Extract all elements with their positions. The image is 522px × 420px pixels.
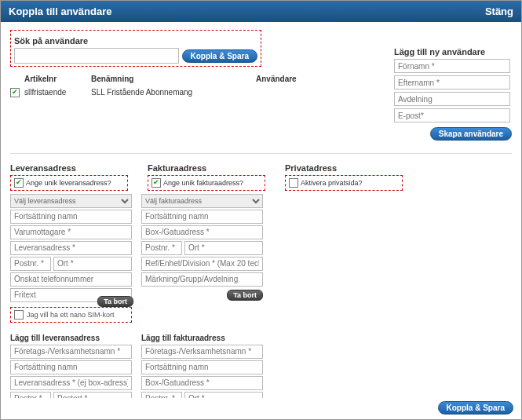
fak-f3[interactable] (141, 257, 263, 271)
addlev-postort[interactable] (53, 392, 132, 399)
new-user-label: Lägg till ny användare (394, 47, 512, 57)
lev-checkbox[interactable] (14, 178, 24, 188)
addlev-f3[interactable] (10, 376, 132, 390)
addfak-postnr[interactable] (141, 392, 182, 399)
cell-ben: SLL Fristående Abonnemang (91, 88, 256, 97)
create-user-button[interactable]: Skapa användare (430, 127, 512, 141)
addfak-f1[interactable] (141, 345, 263, 359)
search-input[interactable] (14, 48, 179, 64)
lev-f1[interactable] (10, 210, 132, 224)
lev-f2[interactable] (10, 225, 132, 239)
lastname-field[interactable] (394, 75, 510, 89)
sim-checkbox[interactable] (14, 310, 24, 320)
addfak-f3[interactable] (141, 376, 263, 390)
dept-field[interactable] (394, 92, 510, 106)
lev-delete-button[interactable]: Ta bort (97, 296, 133, 307)
fak-f1[interactable] (141, 210, 263, 224)
col-benamning: Benämning (91, 75, 256, 83)
fak-address-block: Välj fakturaadress Ta bort (141, 194, 263, 323)
fak-select[interactable]: Välj fakturaadress (141, 194, 263, 208)
fak-checkbox[interactable] (151, 178, 161, 188)
lev-q: Ange unik leveransadress? (26, 179, 111, 187)
addlev-label: Lägg till leveransadress (10, 334, 132, 342)
fak-ort[interactable] (184, 241, 263, 255)
addfak-ort[interactable] (184, 392, 263, 399)
priv-label: Privatadress (285, 163, 403, 173)
fak-f2[interactable] (141, 225, 263, 239)
fak-postnr[interactable] (141, 241, 182, 255)
close-link[interactable]: Stäng (485, 5, 513, 17)
addlev-f1[interactable] (10, 345, 132, 359)
lev-select[interactable]: Välj leveransadress (10, 194, 132, 208)
addlev-f2[interactable] (10, 360, 132, 374)
priv-q: Aktivera privatsida? (301, 179, 363, 187)
addlev-postnr[interactable] (10, 392, 51, 399)
col-artikelnr: Artikelnr (24, 75, 91, 83)
addfak-label: Lägg till fakturaadress (141, 334, 263, 342)
row-checkbox[interactable] (10, 88, 20, 97)
fak-label: Fakturaadress (148, 163, 265, 173)
footer-save-button[interactable]: Koppla & Spara (438, 401, 513, 415)
fak-q: Ange unik fakturaadress? (163, 179, 243, 187)
email-field[interactable] (394, 108, 510, 122)
fak-delete-button[interactable]: Ta bort (227, 290, 263, 301)
cell-art: sllfristaende (24, 88, 91, 97)
lev-label: Leveransadress (10, 163, 128, 173)
priv-checkbox[interactable] (289, 178, 298, 188)
lev-f4[interactable] (10, 272, 132, 287)
sim-label: Jag vill ha ett nano SIM-kort (27, 311, 115, 319)
dialog-title: Koppla till användare (9, 5, 111, 17)
search-label: Sök på användare (14, 36, 257, 46)
lev-postnr[interactable] (10, 257, 51, 271)
lev-address-block: Välj leveransadress Jag vill ha ett nano… (10, 194, 132, 323)
search-save-button[interactable]: Koppla & Spara (182, 49, 257, 63)
fak-f4[interactable] (141, 272, 263, 287)
lev-ort[interactable] (53, 257, 132, 271)
lev-f3[interactable] (10, 241, 132, 255)
addfak-f2[interactable] (141, 360, 263, 374)
firstname-field[interactable] (394, 59, 510, 73)
